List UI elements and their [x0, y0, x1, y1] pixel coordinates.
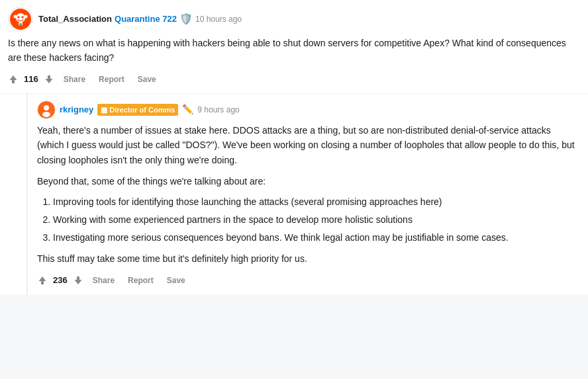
post-avatar: [8, 7, 33, 32]
flair-grid-icon: ▦: [101, 105, 107, 116]
svg-rect-9: [48, 75, 50, 79]
comment-container: rkrigney ▦ Director of Comms ✏️ 9 hours …: [26, 94, 588, 294]
comment-share-button[interactable]: Share: [89, 273, 119, 288]
post-author-line: Total_AssociationQuarantine 722 🛡️ 10 ho…: [38, 11, 242, 27]
post-header: Total_AssociationQuarantine 722 🛡️ 10 ho…: [8, 7, 580, 32]
svg-point-12: [42, 112, 50, 117]
svg-rect-14: [77, 276, 79, 280]
comment-vote-count: 236: [53, 274, 68, 287]
post-vote-count: 116: [24, 73, 38, 86]
post-share-button[interactable]: Share: [60, 72, 89, 87]
list-item: Improving tools for identifying those la…: [53, 195, 580, 209]
comment-list: Improving tools for identifying those la…: [53, 195, 580, 245]
comment-paragraph-1: Yeah, there's a number of issues at stak…: [37, 123, 580, 167]
svg-rect-13: [41, 281, 44, 284]
svg-point-4: [14, 15, 17, 19]
comment-avatar: [37, 101, 56, 119]
comment-vote-bar: 236 Share Report Save: [37, 273, 580, 288]
post-vote-up-button[interactable]: [8, 73, 19, 85]
pencil-icon: ✏️: [182, 103, 193, 116]
post-username-suffix[interactable]: Quarantine 722: [115, 13, 177, 26]
post-username-plain: Total_Association: [38, 13, 112, 26]
list-item: Working with some experienced partners i…: [53, 213, 580, 227]
quarantine-icon: 🛡️: [179, 11, 193, 27]
svg-point-3: [21, 16, 24, 19]
post-body: Is there any news on what is happening w…: [8, 36, 580, 65]
svg-point-11: [44, 105, 49, 110]
svg-rect-7: [19, 23, 22, 26]
comment-flair-badge: ▦ Director of Comms: [97, 104, 178, 116]
post-report-button[interactable]: Report: [95, 72, 128, 87]
svg-point-5: [24, 15, 28, 19]
comment-closing: This stuff may take some time but it's d…: [37, 251, 580, 266]
post-save-button[interactable]: Save: [134, 72, 160, 87]
comment-paragraph-2: Beyond that, some of the things we're ta…: [37, 174, 580, 189]
post-timestamp: 10 hours ago: [195, 13, 242, 25]
comment-timestamp: 9 hours ago: [197, 104, 239, 116]
page-wrapper: Total_AssociationQuarantine 722 🛡️ 10 ho…: [0, 0, 588, 294]
post-vote-down-button[interactable]: [44, 73, 54, 85]
comment-vote-up-button[interactable]: [37, 274, 48, 286]
comment-body: Yeah, there's a number of issues at stak…: [37, 123, 580, 267]
post-meta: Total_AssociationQuarantine 722 🛡️ 10 ho…: [38, 11, 242, 27]
list-item: Investigating more serious consequences …: [53, 231, 580, 245]
comment-report-button[interactable]: Report: [124, 273, 158, 288]
svg-rect-8: [12, 80, 15, 83]
comment-header: rkrigney ▦ Director of Comms ✏️ 9 hours …: [37, 101, 580, 119]
flair-label: Director of Comms: [109, 105, 175, 116]
post-container: Total_AssociationQuarantine 722 🛡️ 10 ho…: [0, 0, 588, 94]
post-vote-bar: 116 Share Report Save: [8, 72, 580, 87]
comment-save-button[interactable]: Save: [163, 273, 189, 288]
svg-point-2: [17, 16, 20, 19]
comment-vote-down-button[interactable]: [73, 274, 83, 286]
comment-username[interactable]: rkrigney: [60, 103, 93, 116]
